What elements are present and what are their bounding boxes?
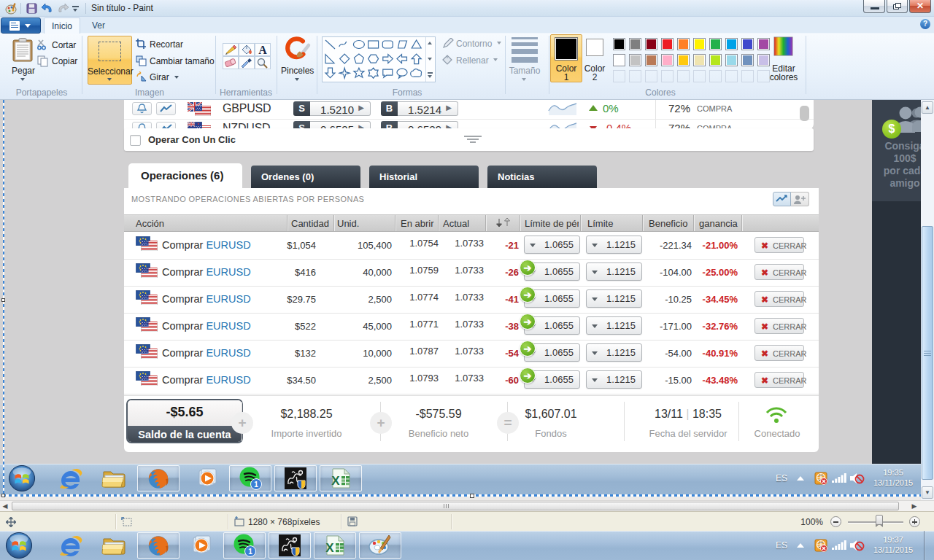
svg-text:X: X [325, 541, 334, 555]
svg-text:A: A [258, 44, 267, 55]
svg-text:X: X [331, 474, 340, 488]
svg-text:1: 1 [248, 548, 252, 556]
svg-text:1: 1 [254, 481, 258, 489]
